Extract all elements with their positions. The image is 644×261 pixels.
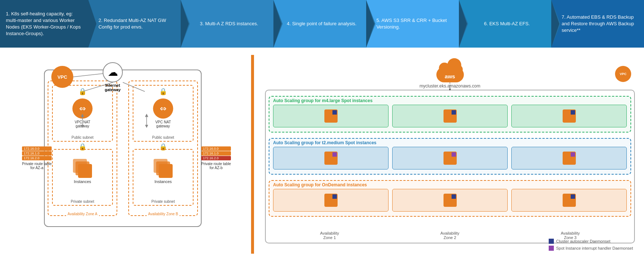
- aws-text: aws: [445, 73, 455, 79]
- nat-arrows-b-icon: ⇔: [160, 104, 166, 113]
- cluster-badge-o3: [571, 194, 575, 199]
- node-blue-1: [273, 147, 389, 169]
- main-content: VPC ☁ Internetgateway Availability Zone …: [0, 48, 644, 261]
- route-table-left: 172.16.0.0 172.16.1.0 172.16.2.0 Private…: [22, 146, 52, 170]
- route-table-right: 172.16.0.0 172.16.1.0 172.16.2.0 Private…: [201, 146, 231, 170]
- node-blue-2: [392, 147, 508, 169]
- left-diagram: VPC ☁ Internetgateway Availability Zone …: [4, 55, 246, 254]
- vpc-small-label: VPC: [620, 72, 627, 76]
- legend: Cluster autoscaler Daemonset Spot Instan…: [549, 239, 633, 251]
- spot-badge-b2: [452, 152, 456, 157]
- url-label: mycluster.eks.amazonaws.com: [419, 83, 480, 89]
- banner-step2-text: 2. Redundant Multi-AZ NAT GW Config for …: [99, 17, 174, 30]
- banner-step5: 5. AWS S3 SRR & CRR + Bucket Versioning.: [366, 0, 459, 48]
- asg-orange-nodes: [273, 189, 627, 212]
- banner-step7-text: 7. Automated EBS & RDS Backup and Restor…: [562, 14, 637, 34]
- banner-step3: 3. Multi-A Z RDS instances.: [181, 0, 273, 48]
- public-subnet-a-label: Public subnet: [71, 135, 93, 139]
- private-subnet-b: Private subnet Instances: [133, 149, 194, 206]
- igw-container: ☁ Internetgateway: [103, 62, 123, 92]
- asg-blue-label: Auto Scaling group for t2.medium Spot in…: [273, 140, 376, 145]
- igw-label: Internetgateway: [105, 83, 121, 92]
- cluster-badge-g1: [332, 110, 337, 115]
- route-badge-left-1: 172.16.0.0: [22, 146, 52, 151]
- nat-circle-a: ⇔: [73, 98, 93, 119]
- cluster-badge-g3: [571, 110, 575, 115]
- scaling-outer-box: Auto Scaling group for m4.large Spot ins…: [265, 90, 635, 243]
- spot-badge-b1: [332, 152, 337, 157]
- node-orange-1: [273, 189, 389, 212]
- banner-step3-text: 3. Multi-A Z RDS instances.: [200, 20, 258, 27]
- private-subnet-a-label: Private subnet: [71, 200, 94, 204]
- instance-icon-o2: [444, 194, 457, 207]
- legend-spot-interrupt: Spot Instance interrupt handler Daemonse…: [549, 246, 633, 251]
- inst-rect-a1: [73, 159, 87, 173]
- az-label-1: AvailabilityZone 1: [269, 231, 390, 240]
- private-subnet-a: Private subnet Instances: [52, 149, 113, 206]
- route-badge-left-3: 172.16.2.0: [22, 156, 52, 160]
- route-badge-right-2: 172.16.1.0: [201, 151, 231, 156]
- legend-spot-box: [549, 246, 554, 251]
- vpc-circle: VPC: [51, 66, 73, 88]
- instance-icon-g1: [324, 109, 338, 123]
- instance-icon-o3: [563, 194, 576, 207]
- vpc-label: VPC: [58, 74, 67, 80]
- lock-icon-b-top: 🔒: [159, 87, 167, 96]
- asg-blue-nodes: [273, 147, 627, 169]
- node-blue-3: [511, 147, 627, 169]
- aws-cloud-container: aws: [434, 57, 465, 82]
- node-orange-2: [392, 189, 508, 212]
- legend-cluster-box: [549, 239, 554, 244]
- instance-icon-b1: [324, 152, 338, 165]
- igw-icon: ☁: [103, 62, 123, 82]
- az-a-box: Availability Zone A Public subnet 🔒 ⇔ VP…: [48, 81, 117, 216]
- asg-orange-label: Auto Scaling group for OnDemand instance…: [273, 182, 367, 187]
- nat-gw-a: ⇔ VPC NATgateway: [73, 98, 93, 128]
- banner-step7: 7. Automated EBS & RDS Backup and Restor…: [551, 0, 644, 48]
- legend-spot-label: Spot Instance interrupt handler Daemonse…: [556, 246, 633, 250]
- asg-green-nodes: [273, 105, 627, 127]
- vpc-diagram: VPC ☁ Internetgateway Availability Zone …: [22, 59, 227, 238]
- route-badge-left-2: 172.16.1.0: [22, 151, 52, 156]
- cluster-badge-o1: [332, 194, 337, 199]
- instances-stack-a: [73, 159, 92, 178]
- instances-b: Instances: [154, 159, 173, 184]
- node-orange-3: [511, 189, 627, 212]
- banner-step5-text: 5. AWS S3 SRR & CRR + Bucket Versioning.: [376, 17, 452, 30]
- banner-step4-text: 4. Single point of failure analysis.: [287, 20, 356, 27]
- nat-label-b: VPC NATgateway: [155, 120, 171, 128]
- banner-step4: 4. Single point of failure analysis.: [273, 0, 366, 48]
- route-badge-right-1: 172.16.0.0: [201, 146, 231, 151]
- node-green-3: [511, 105, 627, 127]
- aws-cloud-shape: aws: [434, 57, 465, 82]
- instances-a: Instances: [73, 159, 92, 184]
- legend-cluster-autoscaler: Cluster autoscaler Daemonset: [549, 239, 633, 244]
- nat-circle-b: ⇔: [153, 98, 173, 119]
- route-table-right-label: Private route tablefor AZ-b: [201, 162, 231, 170]
- public-subnet-a: Public subnet 🔒 ⇔ VPC NATgateway: [52, 85, 113, 142]
- private-subnet-b-label: Private subnet: [151, 200, 175, 204]
- instance-icon-b2: [444, 152, 457, 165]
- az-b-label: Availability Zone B: [147, 212, 180, 216]
- banner-step6: 6. EKS Multi-AZ EFS.: [459, 0, 552, 48]
- banner-step1-text: 1. K8s self-healing capacity, eg: multi-…: [6, 11, 82, 37]
- asg-green-row: Auto Scaling group for m4.large Spot ins…: [269, 96, 631, 133]
- instance-icon-g2: [444, 109, 457, 123]
- vpc-badge-right: VPC: [615, 66, 631, 82]
- orange-divider: [251, 55, 254, 254]
- instances-stack-b: [154, 159, 173, 178]
- lock-icon-a-top: 🔒: [78, 87, 87, 96]
- nat-gw-b: ⇔ VPC NATgateway: [153, 98, 173, 128]
- az-a-label: Availability Zone A: [66, 212, 99, 216]
- legend-cluster-label: Cluster autoscaler Daemonset: [556, 239, 610, 243]
- asg-blue-row: Auto Scaling group for t2.medium Spot in…: [269, 138, 631, 175]
- route-table-left-label: Private route tablefor AZ-a: [22, 162, 52, 170]
- asg-green-label: Auto Scaling group for m4.large Spot ins…: [273, 98, 372, 103]
- public-subnet-b-label: Public subnet: [152, 135, 174, 139]
- az-label-2: AvailabilityZone 2: [390, 231, 510, 240]
- nat-label-a: VPC NATgateway: [75, 120, 91, 128]
- banner-step1: 1. K8s self-healing capacity, eg: multi-…: [0, 0, 88, 48]
- node-green-1: [273, 105, 389, 127]
- cloud-icon: ☁: [108, 66, 118, 78]
- nat-arrows-icon: ⇔: [79, 104, 86, 113]
